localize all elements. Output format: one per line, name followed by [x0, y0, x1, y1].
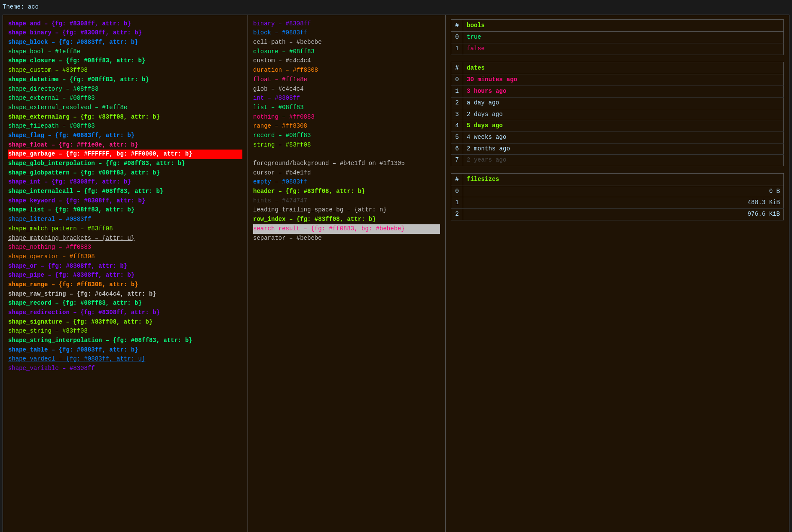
row-idx: 3 — [451, 109, 463, 120]
table-row: 45 days ago — [451, 120, 784, 132]
left-line: shape_variable – #8308ff — [8, 364, 242, 373]
date-value: 2 days ago — [463, 109, 784, 120]
row-idx: 1 — [451, 197, 463, 209]
mid-line: leading_trailing_space_bg – {attr: n} — [253, 205, 440, 215]
bool-value: true — [463, 32, 784, 43]
table-row: 72 years ago — [451, 155, 784, 166]
left-line: shape_matching_brackets – {attr: u} — [8, 234, 242, 243]
left-line: shape_list – {fg: #08ff83, attr: b} — [8, 205, 242, 215]
left-line: shape_pipe – {fg: #8308ff, attr: b} — [8, 271, 242, 280]
row-idx: 1 — [451, 86, 463, 98]
fs-hash-header: # — [451, 173, 463, 186]
table-row: 0true — [451, 32, 784, 43]
left-line: shape_external_resolved – #1eff8e — [8, 103, 242, 113]
row-idx: 0 — [451, 186, 463, 197]
bools-table: #bools0true1false — [451, 19, 784, 55]
left-line: shape_keyword – {fg: #8308ff, attr: b} — [8, 196, 242, 206]
left-line: shape_closure – {fg: #08ff83, attr: b} — [8, 56, 242, 66]
left-line: shape_bool – #1eff8e — [8, 47, 242, 57]
table-row: 62 months ago — [451, 143, 784, 155]
middle-column: binary – #8308ffblock – #0883ffcell-path… — [248, 15, 446, 532]
date-value: 5 days ago — [463, 120, 784, 132]
theme-label: Theme: aco — [3, 3, 789, 12]
filesizes-table: #filesizes00 B1488.3 KiB2976.6 KiB — [451, 173, 784, 220]
left-line: shape_redirection – {fg: #8308ff, attr: … — [8, 308, 242, 318]
filesize-value: 0 B — [463, 186, 784, 197]
table-row: 00 B — [451, 186, 784, 197]
row-idx: 6 — [451, 143, 463, 155]
filesize-value: 488.3 KiB — [463, 197, 784, 209]
table-row: 13 hours ago — [451, 86, 784, 98]
mid-line: float – #ff1e8e — [253, 75, 440, 85]
table-row: 1488.3 KiB — [451, 197, 784, 209]
left-line: shape_directory – #08ff83 — [8, 85, 242, 94]
left-line: shape_table – {fg: #0883ff, attr: b} — [8, 345, 242, 355]
right-column: #bools0true1false#dates030 minutes ago13… — [446, 15, 789, 532]
left-line: shape_binary – {fg: #8308ff, attr: b} — [8, 28, 242, 38]
left-line: shape_vardecl – {fg: #0883ff, attr: u} — [8, 355, 242, 364]
mid-line: nothing – #ff0883 — [253, 113, 440, 122]
bool-value: false — [463, 43, 784, 55]
table-row: 030 minutes ago — [451, 74, 784, 86]
mid-line: binary – #8308ff — [253, 19, 440, 29]
mid-line: glob – #c4c4c4 — [253, 85, 440, 94]
left-line: shape_custom – #83ff08 — [8, 66, 242, 75]
mid-line: range – #ff8308 — [253, 122, 440, 131]
mid-line: block – #0883ff — [253, 28, 440, 38]
fs-header: filesizes — [463, 173, 784, 186]
left-line: shape_flag – {fg: #0883ff, attr: b} — [8, 131, 242, 141]
filesize-value: 976.6 KiB — [463, 209, 784, 220]
row-idx: 5 — [451, 131, 463, 143]
date-value: 3 hours ago — [463, 86, 784, 98]
date-value: 2 years ago — [463, 155, 784, 166]
mid-line: search_result – {fg: #ff0883, bg: #bebeb… — [253, 224, 440, 234]
row-idx: 7 — [451, 155, 463, 166]
left-line: shape_block – {fg: #0883ff, attr: b} — [8, 38, 242, 47]
row-idx: 2 — [451, 97, 463, 109]
table-row: 32 days ago — [451, 109, 784, 120]
bools-header: bools — [463, 19, 784, 32]
mid-line: foreground/background – #b4e1fd on #1f13… — [253, 159, 440, 168]
date-value: 2 months ago — [463, 143, 784, 155]
left-line: shape_range – {fg: #ff8308, attr: b} — [8, 280, 242, 290]
mid-line: duration – #ff8308 — [253, 66, 440, 75]
date-value: a day ago — [463, 97, 784, 109]
left-line: shape_glob_interpolation – {fg: #08ff83,… — [8, 159, 242, 168]
date-value: 4 weeks ago — [463, 131, 784, 143]
left-line: shape_literal – #0883ff — [8, 215, 242, 224]
row-idx: 4 — [451, 120, 463, 132]
left-line: shape_nothing – #ff0883 — [8, 243, 242, 252]
left-line: shape_string – #83ff08 — [8, 327, 242, 336]
row-idx: 0 — [451, 74, 463, 86]
mid-line: int – #8308ff — [253, 94, 440, 103]
date-value: 30 minutes ago — [463, 74, 784, 86]
left-line: shape_signature – {fg: #83ff08, attr: b} — [8, 318, 242, 327]
mid-line: cursor – #b4e1fd — [253, 168, 440, 178]
left-line: shape_record – {fg: #08ff83, attr: b} — [8, 299, 242, 308]
left-line: shape_externalarg – {fg: #83ff08, attr: … — [8, 113, 242, 122]
left-line: shape_internalcall – {fg: #08ff83, attr:… — [8, 187, 242, 196]
left-line: shape_external – #08ff83 — [8, 94, 242, 103]
table-row: 54 weeks ago — [451, 131, 784, 143]
left-line: shape_operator – #ff8308 — [8, 252, 242, 262]
left-line: shape_raw_string – {fg: #c4c4c4, attr: b… — [8, 290, 242, 299]
mid-line: closure – #08ff83 — [253, 47, 440, 57]
main-container: shape_and – {fg: #8308ff, attr: b}shape_… — [3, 15, 789, 532]
row-idx: 2 — [451, 209, 463, 220]
table-row: 2a day ago — [451, 97, 784, 109]
mid-line: separator – #bebebe — [253, 234, 440, 243]
mid-line: string – #83ff08 — [253, 141, 440, 150]
dates-header: dates — [463, 62, 784, 74]
mid-line: row_index – {fg: #83ff08, attr: b} — [253, 215, 440, 224]
row-idx: 1 — [451, 43, 463, 55]
left-line: shape_garbage – {fg: #FFFFFF, bg: #FF000… — [8, 150, 242, 159]
mid-line: hints – #474747 — [253, 196, 440, 206]
left-line: shape_float – {fg: #ff1e8e, attr: b} — [8, 141, 242, 150]
dates-hash-header: # — [451, 62, 463, 74]
left-line: shape_or – {fg: #8308ff, attr: b} — [8, 262, 242, 271]
left-line: shape_string_interpolation – {fg: #08ff8… — [8, 336, 242, 345]
left-line: shape_match_pattern – #83ff08 — [8, 224, 242, 234]
mid-line: record – #08ff83 — [253, 131, 440, 141]
mid-line: empty – #0883ff — [253, 177, 440, 187]
left-line: shape_and – {fg: #8308ff, attr: b} — [8, 19, 242, 29]
